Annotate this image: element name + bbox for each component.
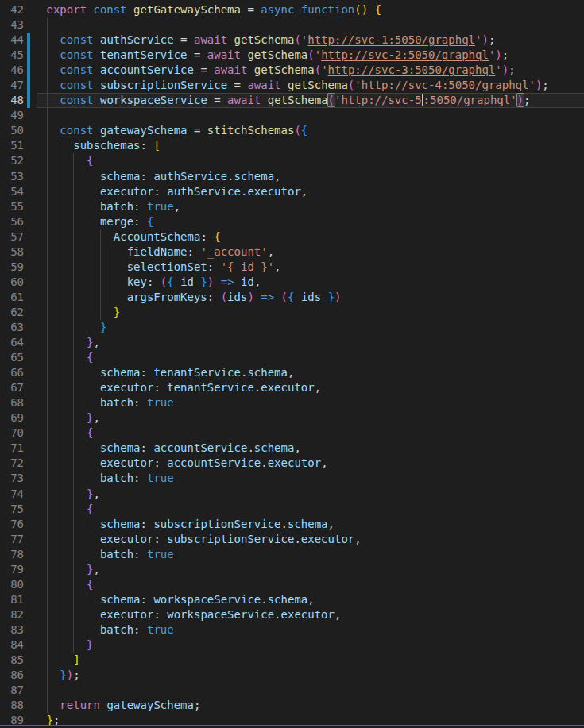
code-line[interactable]: 70 { (0, 426, 584, 441)
line-number[interactable]: 58 (0, 245, 24, 260)
code-line[interactable]: 86 }); (0, 668, 584, 683)
token: accountService (167, 456, 261, 469)
line-number[interactable]: 60 (0, 275, 24, 290)
code-line[interactable]: 66 schema: tenantService.schema, (0, 365, 584, 380)
code-text: export const getGatewaySchema = async fu… (47, 2, 382, 17)
code-line[interactable]: 47 const subscriptionService = await get… (0, 78, 584, 93)
line-number[interactable]: 77 (0, 532, 24, 547)
line-number[interactable]: 80 (0, 577, 24, 592)
code-line[interactable]: 88 return gatewaySchema; (0, 698, 584, 713)
code-line[interactable]: 85 ] (0, 653, 584, 668)
code-line[interactable]: 74 }, (0, 487, 584, 502)
code-line[interactable]: 73 batch: true (0, 471, 584, 486)
code-line[interactable]: 80 { (0, 577, 584, 592)
line-number[interactable]: 46 (0, 63, 24, 78)
line-number[interactable]: 72 (0, 456, 24, 471)
code-line[interactable]: 45 const tenantService = await getSchema… (0, 48, 584, 63)
token (227, 33, 234, 46)
line-number[interactable]: 78 (0, 547, 24, 562)
code-line[interactable]: 62 } (0, 305, 584, 320)
code-line[interactable]: 63 } (0, 320, 584, 335)
line-number[interactable]: 47 (0, 78, 24, 93)
token: . (254, 381, 261, 394)
code-line[interactable]: 44 const authService = await getSchema('… (0, 33, 584, 48)
code-line[interactable]: 71 schema: accountService.schema, (0, 441, 584, 456)
code-line[interactable]: 59 selectionSet: '{ id }', (0, 260, 584, 275)
line-number[interactable]: 76 (0, 517, 24, 532)
code-line[interactable]: 65 { (0, 350, 584, 365)
code-line[interactable]: 51 subschemas: [ (0, 138, 584, 153)
line-number[interactable]: 42 (0, 2, 24, 17)
line-number[interactable]: 79 (0, 562, 24, 577)
code-line[interactable]: 83 batch: true (0, 622, 584, 637)
code-line[interactable]: 64 }, (0, 335, 584, 350)
line-number[interactable]: 54 (0, 184, 24, 199)
code-line[interactable]: 54 executor: authService.executor, (0, 184, 584, 199)
code-line[interactable]: 82 executor: workspaceService.executor, (0, 607, 584, 622)
code-line[interactable]: 84 } (0, 637, 584, 653)
code-line[interactable]: 78 batch: true (0, 547, 584, 562)
code-line[interactable]: 61 argsFromKeys: (ids) => ({ ids }) (0, 290, 584, 305)
editor-lines[interactable]: 42export const getGatewaySchema = async … (0, 2, 584, 728)
code-line[interactable]: 68 batch: true (0, 395, 584, 410)
line-number[interactable]: 56 (0, 214, 24, 229)
code-line[interactable]: 87 (0, 683, 584, 698)
line-number[interactable]: 83 (0, 622, 24, 637)
line-number[interactable]: 82 (0, 607, 24, 622)
token (47, 306, 114, 318)
code-line[interactable]: 58 fieldName: '_account', (0, 245, 584, 260)
line-number[interactable]: 75 (0, 502, 24, 517)
line-number[interactable]: 73 (0, 471, 24, 486)
line-number[interactable]: 51 (0, 138, 24, 153)
line-number[interactable]: 53 (0, 169, 24, 184)
line-number[interactable]: 64 (0, 335, 24, 350)
line-number[interactable]: 61 (0, 290, 24, 305)
code-line[interactable]: 76 schema: subscriptionService.schema, (0, 517, 584, 532)
code-line[interactable]: 72 executor: accountService.executor, (0, 456, 584, 471)
line-number[interactable]: 65 (0, 350, 24, 365)
line-number[interactable]: 71 (0, 441, 24, 456)
code-line[interactable]: 81 schema: workspaceService.schema, (0, 592, 584, 607)
line-number[interactable]: 52 (0, 153, 24, 168)
line-number[interactable]: 86 (0, 668, 24, 683)
line-number[interactable]: 43 (0, 17, 24, 33)
code-line[interactable]: 49 (0, 108, 584, 123)
line-number[interactable]: 45 (0, 48, 24, 63)
line-number[interactable]: 88 (0, 698, 24, 713)
line-number[interactable]: 69 (0, 410, 24, 426)
line-number[interactable]: 44 (0, 33, 24, 48)
code-line[interactable]: 69 }, (0, 410, 584, 426)
line-number[interactable]: 50 (0, 123, 24, 138)
line-number[interactable]: 70 (0, 426, 24, 441)
line-number[interactable]: 68 (0, 395, 24, 410)
code-line[interactable]: 60 key: ({ id }) => id, (0, 275, 584, 290)
line-number[interactable]: 74 (0, 487, 24, 502)
code-line[interactable]: 56 merge: { (0, 214, 584, 229)
line-number[interactable]: 81 (0, 592, 24, 607)
code-line[interactable]: 77 executor: subscriptionService.executo… (0, 532, 584, 547)
code-line[interactable]: 67 executor: tenantService.executor, (0, 380, 584, 395)
line-number[interactable]: 55 (0, 199, 24, 214)
code-line[interactable]: 50 const gatewaySchema = stitchSchemas({ (0, 123, 584, 138)
code-line[interactable]: 43 (0, 17, 584, 33)
code-line[interactable]: 79 }, (0, 562, 584, 577)
code-line[interactable]: 52 { (0, 153, 584, 168)
line-number[interactable]: 48 (0, 93, 24, 108)
line-number[interactable]: 85 (0, 653, 24, 668)
line-number[interactable]: 62 (0, 305, 24, 320)
line-number[interactable]: 66 (0, 365, 24, 380)
line-number[interactable]: 87 (0, 683, 24, 698)
line-number[interactable]: 49 (0, 108, 24, 123)
code-line[interactable]: 48 const workspaceService = await getSch… (0, 93, 584, 108)
code-line[interactable]: 55 batch: true, (0, 199, 584, 214)
line-number[interactable]: 57 (0, 229, 24, 245)
line-number[interactable]: 63 (0, 320, 24, 335)
code-line[interactable]: 46 const accountService = await getSchem… (0, 63, 584, 78)
line-number[interactable]: 84 (0, 637, 24, 653)
line-number[interactable]: 67 (0, 380, 24, 395)
line-number[interactable]: 59 (0, 260, 24, 275)
code-line[interactable]: 53 schema: authService.schema, (0, 169, 584, 184)
code-line[interactable]: 57 AccountSchema: { (0, 229, 584, 245)
code-line[interactable]: 75 { (0, 502, 584, 517)
code-line[interactable]: 42export const getGatewaySchema = async … (0, 2, 584, 17)
